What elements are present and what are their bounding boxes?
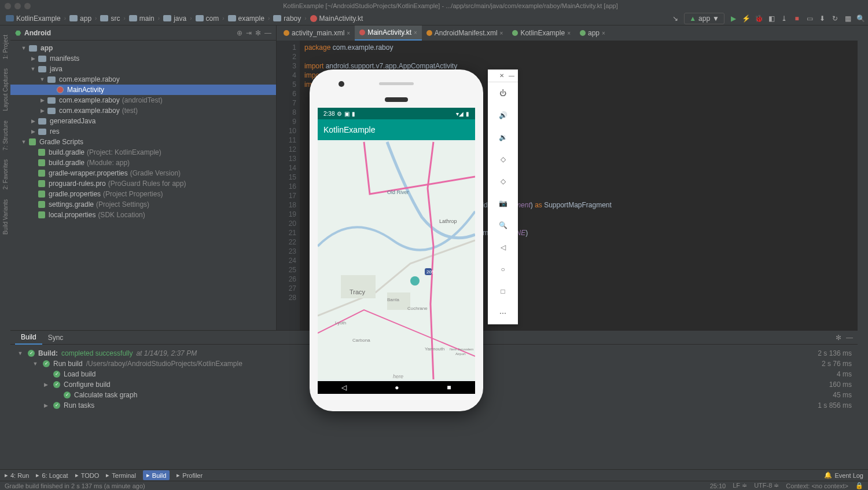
close-dot[interactable] [5, 3, 11, 9]
overview-icon[interactable]: □ [488, 280, 518, 302]
editor-tab[interactable]: activity_main.xml× [279, 25, 355, 41]
build-icon[interactable]: ↘ [671, 14, 679, 23]
back-icon[interactable]: ◁ [488, 236, 518, 258]
event-log-button[interactable]: 🔔 Event Log [824, 471, 863, 479]
breadcrumb-item[interactable]: com [193, 13, 222, 24]
volume-down-icon[interactable]: 🔉 [488, 126, 518, 148]
run-config-selector[interactable]: ▲ app ▼ [684, 13, 724, 24]
zoom-icon[interactable]: 🔍 [488, 214, 518, 236]
bottom-tab[interactable]: ▸ 6: Logcat [36, 470, 68, 480]
window-controls[interactable] [5, 3, 31, 9]
settings-icon[interactable]: ✻ [255, 29, 261, 37]
breadcrumb-item[interactable]: java [161, 13, 189, 24]
editor-tab[interactable]: MainActivity.kt× [355, 25, 422, 41]
breadcrumb-item[interactable]: src [98, 13, 122, 24]
attach-icon[interactable]: ⤓ [780, 14, 788, 23]
tree-node[interactable]: gradle-wrapper.properties(Gradle Version… [10, 168, 276, 178]
breadcrumb-item[interactable]: example [226, 13, 267, 24]
tree-node[interactable]: local.properties(SDK Location) [10, 210, 276, 220]
android-nav-bar[interactable]: ◁ ● ■ [318, 381, 475, 394]
bottom-tab[interactable]: ▸ Profiler [176, 470, 203, 480]
svg-text:Old River: Old River [387, 189, 409, 195]
tree-node[interactable]: ▼java [10, 64, 276, 74]
tree-node[interactable]: ▼com.example.raboy [10, 74, 276, 85]
camera-icon[interactable]: 📷 [488, 192, 518, 214]
gutter-tab[interactable]: Build Variants [1, 195, 10, 239]
minimize-dot[interactable] [14, 3, 21, 9]
tree-node[interactable]: ▶res [10, 126, 276, 137]
encoding[interactable]: UTF-8 ≑ [754, 482, 779, 489]
gutter-tab[interactable]: 7: Structure [1, 116, 10, 155]
svg-text:205: 205 [426, 269, 435, 275]
tree-node[interactable]: ▼app [10, 43, 276, 53]
target-icon[interactable]: ⊕ [237, 29, 242, 37]
profile-icon[interactable]: ◧ [767, 14, 775, 23]
tab-sync[interactable]: Sync [42, 331, 69, 344]
tree-node[interactable]: ▶com.example.raboy(test) [10, 105, 276, 116]
back-button[interactable]: ◁ [341, 383, 347, 392]
window-title: KotlinExample [~/AndroidStudioProjects/K… [38, 2, 863, 9]
collapse-icon[interactable]: ⇥ [246, 29, 252, 37]
tree-node[interactable]: ▶manifests [10, 53, 276, 64]
line-ending[interactable]: LF ≑ [733, 482, 747, 489]
editor-tab[interactable]: KotlinExample× [507, 25, 575, 41]
tree-node[interactable]: settings.gradle(Project Settings) [10, 199, 276, 210]
avd-icon[interactable]: ▭ [806, 14, 814, 23]
emulator-minimize-icon[interactable]: — [509, 72, 514, 79]
panel-hide-icon[interactable]: — [846, 334, 853, 342]
bottom-tab[interactable]: ▸ TODO [75, 470, 100, 480]
tree-node[interactable]: ▶generatedJava [10, 116, 276, 126]
search-icon[interactable]: 🔍 [856, 14, 865, 23]
hide-icon[interactable]: — [264, 29, 271, 37]
emulator-close-icon[interactable]: ✕ [499, 72, 504, 79]
run-icon[interactable]: ▶ [729, 14, 737, 23]
bottom-tab[interactable]: ▸ Terminal [106, 470, 136, 480]
sdk-icon[interactable]: ⬇ [818, 14, 826, 23]
breadcrumb-item[interactable]: KotlinExample [3, 13, 63, 24]
layout-icon[interactable]: ▦ [844, 14, 852, 23]
emulator-window[interactable]: 2:38 ⚙ ▣ ▮ ▾◢ ▮ KotlinExample [310, 70, 518, 411]
gutter-tab[interactable]: Layout Captures [1, 64, 10, 115]
project-mode[interactable]: Android [24, 29, 233, 37]
editor-tab[interactable]: AndroidManifest.xml× [422, 25, 508, 41]
lock-icon[interactable]: 🔒 [855, 482, 863, 489]
gutter-tab[interactable]: 1: Project [1, 30, 10, 64]
maximize-dot[interactable] [24, 3, 31, 9]
editor-tab[interactable]: app× [575, 25, 610, 41]
debug-icon[interactable]: 🐞 [755, 14, 763, 23]
home-button[interactable]: ● [395, 383, 399, 392]
caret-position[interactable]: 25:10 [710, 482, 726, 489]
tree-node[interactable]: build.gradle(Module: app) [10, 158, 276, 168]
power-icon[interactable]: ⏻ [488, 82, 518, 104]
breadcrumb-item[interactable]: main [127, 13, 157, 24]
rotate-left-icon[interactable]: ◇ [488, 148, 518, 170]
stop-icon[interactable]: ■ [793, 14, 801, 23]
rotate-right-icon[interactable]: ◇ [488, 170, 518, 192]
tree-node[interactable]: ▶com.example.raboy(androidTest) [10, 95, 276, 105]
bottom-tab[interactable]: ▸ Build [143, 470, 170, 480]
breadcrumb-item[interactable]: raboy [271, 13, 303, 24]
tab-build[interactable]: Build [15, 331, 42, 345]
gutter-tab[interactable]: 2: Favorites [1, 155, 10, 194]
apply-changes-icon[interactable]: ⚡ [742, 14, 750, 23]
editor-tabs[interactable]: activity_main.xml×MainActivity.kt×Androi… [277, 25, 858, 41]
map-view[interactable]: Old River Lathrop Tracy Banta Cochrane L… [318, 140, 475, 381]
more-icon[interactable]: ⋯ [488, 302, 518, 324]
overview-button[interactable]: ■ [447, 383, 451, 392]
tree-node[interactable]: build.gradle(Project: KotlinExample) [10, 147, 276, 158]
bottom-tab[interactable]: ▸ 4: Run [5, 470, 29, 480]
panel-settings-icon[interactable]: ✻ [836, 334, 841, 342]
breadcrumb-item[interactable]: MainActivity.kt [308, 13, 366, 24]
home-icon[interactable]: ○ [488, 258, 518, 280]
tree-node[interactable]: gradle.properties(Project Properties) [10, 189, 276, 199]
tree-node[interactable]: MainActivity [10, 85, 276, 95]
emulator-toolbar[interactable]: ✕ — ⏻ 🔊 🔉 ◇ ◇ 📷 🔍 ◁ ○ □ ⋯ [488, 70, 518, 324]
context[interactable]: Context: <no context> [786, 482, 848, 489]
project-tree[interactable]: ▼app▶manifests▼java▼com.example.raboyMai… [10, 41, 276, 330]
volume-up-icon[interactable]: 🔊 [488, 104, 518, 126]
tree-node[interactable]: proguard-rules.pro(ProGuard Rules for ap… [10, 178, 276, 189]
breadcrumb-item[interactable]: app [67, 13, 94, 24]
sync-icon[interactable]: ↻ [831, 14, 839, 23]
tree-node[interactable]: ▼Gradle Scripts [10, 137, 276, 147]
phone-screen[interactable]: 2:38 ⚙ ▣ ▮ ▾◢ ▮ KotlinExample [318, 108, 475, 394]
